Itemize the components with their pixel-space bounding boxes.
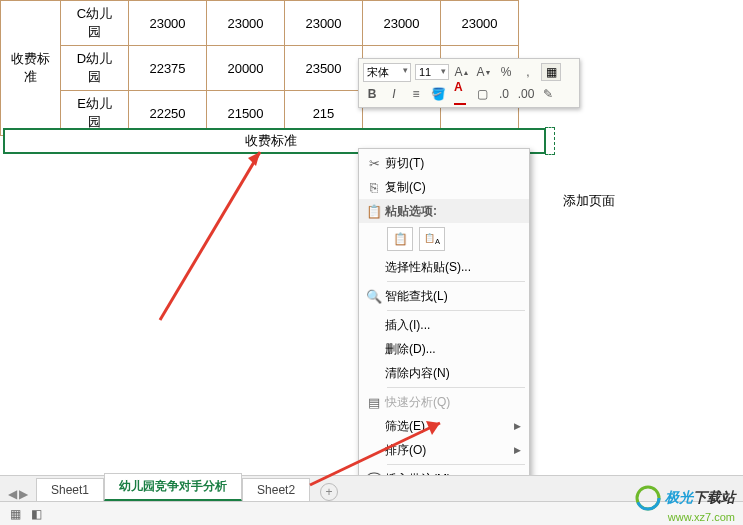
scissors-icon: ✂ <box>363 154 385 172</box>
sheet-tab-active[interactable]: 幼儿园竞争对手分析 <box>104 473 242 501</box>
selected-cell-text: 收费标准 <box>245 132 297 150</box>
menu-copy[interactable]: ⎘ 复制(C) <box>359 175 529 199</box>
bold-button[interactable]: B <box>363 85 381 103</box>
align-icon[interactable]: ≡ <box>407 85 425 103</box>
chevron-right-icon: ▶ <box>514 421 521 431</box>
tab-scroll-controls[interactable]: ◀ ▶ <box>0 487 36 501</box>
cell[interactable]: 23000 <box>441 1 519 46</box>
paste-options-row: 📋 📋A <box>359 223 529 255</box>
menu-filter[interactable]: 筛选(E) ▶ <box>359 414 529 438</box>
menu-quick-analysis: ▤ 快速分析(Q) <box>359 390 529 414</box>
paste-option-values[interactable]: 📋A <box>419 227 445 251</box>
menu-delete[interactable]: 删除(D)... <box>359 337 529 361</box>
cell[interactable]: 23000 <box>285 1 363 46</box>
paste-option-all[interactable]: 📋 <box>387 227 413 251</box>
search-icon: 🔍 <box>363 287 385 305</box>
font-family-select[interactable]: 宋体 <box>363 63 411 82</box>
comma-style-icon[interactable]: , <box>519 63 537 81</box>
status-icon: ▦ <box>10 507 21 521</box>
chevron-right-icon[interactable]: ▶ <box>19 487 28 501</box>
menu-paste-special[interactable]: 选择性粘贴(S)... <box>359 255 529 279</box>
menu-smart-lookup[interactable]: 🔍 智能查找(L) <box>359 284 529 308</box>
clipboard-icon: 📋 <box>363 202 385 220</box>
font-size-select[interactable]: 11 <box>415 64 449 80</box>
chevron-left-icon[interactable]: ◀ <box>8 487 17 501</box>
marching-ants <box>545 127 555 155</box>
borders-icon[interactable]: ▢ <box>473 85 491 103</box>
watermark: 极光下载站 www.xz7.com <box>635 485 735 523</box>
status-icon: ◧ <box>31 507 42 521</box>
cell[interactable]: 22375 <box>129 46 207 91</box>
format-painter-icon[interactable]: ▦ <box>541 63 561 81</box>
italic-button[interactable]: I <box>385 85 403 103</box>
menu-paste-options-header: 📋 粘贴选项: <box>359 199 529 223</box>
menu-separator <box>387 310 525 311</box>
copy-icon: ⎘ <box>363 178 385 196</box>
decrease-font-icon[interactable]: A▼ <box>475 63 493 81</box>
font-color-icon[interactable]: A <box>451 85 469 103</box>
cell[interactable]: 20000 <box>207 46 285 91</box>
sheet-tabs-bar: ◀ ▶ Sheet1 幼儿园竞争对手分析 Sheet2 + <box>0 475 743 501</box>
chevron-right-icon: ▶ <box>514 445 521 455</box>
cell[interactable]: 23000 <box>129 1 207 46</box>
annotation-arrow <box>140 140 290 330</box>
context-menu: ✂ 剪切(T) ⎘ 复制(C) 📋 粘贴选项: 📋 📋A 选择性粘贴(S)...… <box>358 148 530 525</box>
cell[interactable]: 23500 <box>285 46 363 91</box>
increase-font-icon[interactable]: A▲ <box>453 63 471 81</box>
sheet-tab-sheet2[interactable]: Sheet2 <box>242 478 310 501</box>
decrease-decimal-icon[interactable]: .0 <box>495 85 513 103</box>
menu-sort[interactable]: 排序(O) ▶ <box>359 438 529 462</box>
add-sheet-button[interactable]: + <box>320 483 338 501</box>
menu-separator <box>387 281 525 282</box>
menu-separator <box>387 464 525 465</box>
cell[interactable]: 23000 <box>363 1 441 46</box>
row-name[interactable]: C幼儿园 <box>61 1 129 46</box>
cell[interactable]: 23000 <box>207 1 285 46</box>
percent-button[interactable]: % <box>497 63 515 81</box>
menu-cut[interactable]: ✂ 剪切(T) <box>359 151 529 175</box>
menu-separator <box>387 387 525 388</box>
menu-insert[interactable]: 插入(I)... <box>359 313 529 337</box>
svg-line-2 <box>160 152 260 320</box>
fill-color-icon[interactable]: 🪣 <box>429 85 447 103</box>
logo-icon <box>635 485 661 511</box>
add-page-label[interactable]: 添加页面 <box>563 192 615 210</box>
status-bar: ▦ ◧ <box>0 501 743 525</box>
quick-analysis-icon: ▤ <box>363 393 385 411</box>
format-brush-icon[interactable]: ✎ <box>539 85 557 103</box>
mini-toolbar: 宋体 11 A▲ A▼ % , ▦ B I ≡ 🪣 A ▢ .0 .00 ✎ <box>358 58 580 108</box>
sheet-tab-sheet1[interactable]: Sheet1 <box>36 478 104 501</box>
menu-clear-contents[interactable]: 清除内容(N) <box>359 361 529 385</box>
increase-decimal-icon[interactable]: .00 <box>517 85 535 103</box>
row-group-header[interactable]: 收费标准 <box>1 1 61 136</box>
svg-marker-3 <box>248 152 260 166</box>
row-name[interactable]: D幼儿园 <box>61 46 129 91</box>
